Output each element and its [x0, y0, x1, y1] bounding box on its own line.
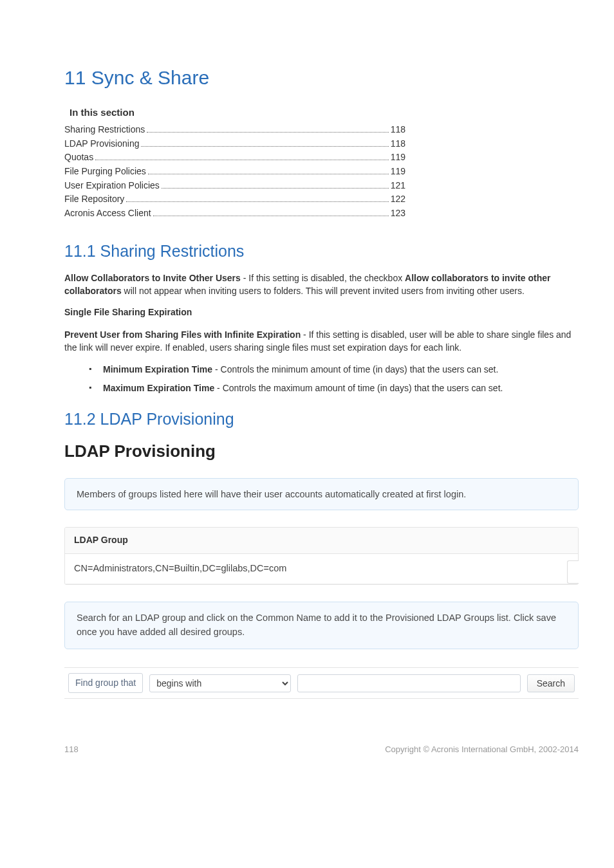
toc-label: Acronis Access Client: [64, 207, 151, 221]
toc-label: LDAP Provisioning: [64, 137, 139, 151]
toc-item[interactable]: Quotas 119: [64, 151, 405, 165]
bullet-list: Minimum Expiration Time - Controls the m…: [89, 364, 579, 395]
toc-item[interactable]: User Expiration Policies 121: [64, 179, 405, 193]
bullet-term: Maximum Expiration Time: [103, 383, 214, 393]
toc-label: Sharing Restrictions: [64, 123, 145, 137]
row-action-placeholder[interactable]: [567, 560, 579, 584]
table-row: CN=Administrators,CN=Builtin,DC=glilabs,…: [65, 554, 578, 584]
search-condition-select[interactable]: begins with: [149, 674, 291, 692]
paragraph: Allow Collaborators to Invite Other User…: [64, 272, 579, 298]
toc-leader-dots: [148, 174, 389, 174]
search-row: Find group that begins with Search: [64, 667, 579, 699]
info-banner: Members of groups listed here will have …: [64, 478, 579, 510]
toc-label: Quotas: [64, 151, 93, 165]
toc-leader-dots: [95, 160, 389, 160]
search-hint-banner: Search for an LDAP group and click on th…: [64, 602, 579, 649]
toc-item[interactable]: Sharing Restrictions 118: [64, 123, 405, 137]
text: - If this setting is disabled, the check…: [241, 273, 405, 283]
search-input[interactable]: [297, 674, 520, 692]
subheading-single-file-sharing: Single File Sharing Expiration: [64, 306, 579, 319]
toc-leader-dots: [141, 146, 388, 147]
bullet-text: - Controls the minimum amount of time (i…: [212, 364, 498, 374]
toc-leader-dots: [126, 201, 388, 202]
toc-page: 122: [391, 192, 405, 207]
toc-leader-dots: [147, 132, 388, 133]
term-prevent-infinite-expiration: Prevent User from Sharing Files with Inf…: [64, 329, 301, 340]
toc: Sharing Restrictions 118LDAP Provisionin…: [64, 123, 405, 221]
toc-label: File Repository: [64, 192, 124, 207]
toc-page: 119: [391, 151, 405, 165]
toc-page: 118: [391, 123, 405, 137]
toc-page: 121: [391, 179, 405, 193]
search-label: Find group that: [68, 673, 143, 694]
chapter-title: 11 Sync & Share: [64, 64, 579, 91]
toc-label: File Purging Policies: [64, 165, 146, 179]
paragraph: Prevent User from Sharing Files with Inf…: [64, 328, 579, 355]
page-footer: 118 Copyright © Acronis International Gm…: [64, 744, 579, 755]
toc-label: User Expiration Policies: [64, 179, 160, 193]
toc-item[interactable]: Acronis Access Client 123: [64, 207, 405, 221]
ui-title-ldap-provisioning: LDAP Provisioning: [64, 439, 579, 463]
toc-page: 123: [391, 207, 405, 221]
bullet-item: Minimum Expiration Time - Controls the m…: [89, 364, 579, 376]
toc-leader-dots: [162, 188, 389, 189]
ldap-group-table: LDAP Group CN=Administrators,CN=Builtin,…: [64, 527, 579, 585]
toc-item[interactable]: LDAP Provisioning 118: [64, 137, 405, 151]
toc-page: 118: [391, 137, 405, 151]
section-sharing-restrictions[interactable]: 11.1 Sharing Restrictions: [64, 240, 579, 263]
toc-page: 119: [391, 165, 405, 179]
table-header-ldap-group: LDAP Group: [65, 528, 578, 554]
page-number: 118: [64, 744, 79, 755]
toc-item[interactable]: File Purging Policies 119: [64, 165, 405, 179]
bullet-term: Minimum Expiration Time: [103, 364, 212, 374]
toc-item[interactable]: File Repository 122: [64, 192, 405, 207]
bullet-text: - Controls the maximum amount of time (i…: [214, 383, 503, 393]
copyright: Copyright © Acronis International GmbH, …: [385, 744, 579, 755]
term-allow-collaborators: Allow Collaborators to Invite Other User…: [64, 273, 241, 283]
toc-leader-dots: [153, 216, 389, 216]
search-button[interactable]: Search: [527, 674, 575, 692]
section-ldap-provisioning[interactable]: 11.2 LDAP Provisioning: [64, 408, 579, 430]
text: will not appear when inviting users to f…: [122, 286, 525, 296]
bullet-item: Maximum Expiration Time - Controls the m…: [89, 382, 579, 395]
toc-heading: In this section: [70, 106, 579, 119]
